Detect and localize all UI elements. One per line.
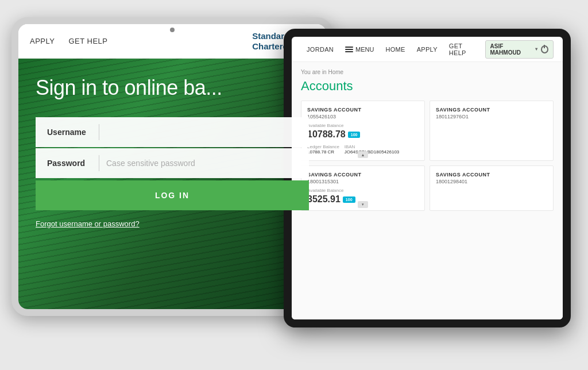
account-number-3: 18001315301: [307, 179, 419, 184]
page-title: Accounts: [301, 79, 554, 94]
account-card-1[interactable]: SAVINGS ACCOUNT 1055426103 Available Bal…: [301, 101, 425, 161]
account-type-4: SAVINGS ACCOUNT: [436, 172, 547, 178]
nav-home[interactable]: HOME: [380, 37, 411, 62]
expand-button-3[interactable]: ▾: [358, 201, 368, 208]
cr-badge-3: 100: [343, 196, 355, 203]
nav-apply[interactable]: APPLY: [411, 37, 443, 62]
avail-label-1: Available Balance: [307, 123, 360, 128]
account-number-1: 1055426103: [307, 114, 419, 120]
account-number-4: 18001298401: [436, 179, 547, 184]
back-nav-apply[interactable]: APPLY: [30, 37, 55, 45]
back-hero: Sign in to online ba... Username Passwor…: [18, 59, 326, 309]
chevron-down-icon: ▾: [535, 47, 537, 52]
front-nav: JORDAN MENU HOME APPLY GET HELP ASIF MAH…: [292, 37, 563, 62]
back-nav: APPLY GET HELP: [30, 37, 108, 45]
password-label: Password: [36, 159, 99, 168]
nav-menu-label: MENU: [355, 46, 374, 53]
account-type-1: SAVINGS ACCOUNT: [307, 107, 419, 113]
username-label: Username: [36, 128, 99, 137]
front-main: You are in Home Accounts SAVINGS ACCOUNT…: [292, 62, 563, 319]
collapse-button-1[interactable]: ▲: [358, 151, 368, 158]
account-type-2: SAVINGS ACCOUNT: [436, 107, 547, 113]
cr-badge-1: 100: [348, 132, 361, 138]
front-tablet-screen: JORDAN MENU HOME APPLY GET HELP ASIF MAH…: [292, 37, 563, 319]
balance-row-1: Available Balance 10788.78 100: [307, 123, 419, 140]
front-tablet: JORDAN MENU HOME APPLY GET HELP ASIF MAH…: [284, 29, 571, 327]
nav-menu[interactable]: MENU: [339, 46, 380, 53]
account-card-3[interactable]: SAVINGS ACCOUNT 18001315301 Available Ba…: [301, 165, 425, 211]
accounts-grid: SAVINGS ACCOUNT 1055426103 Available Bal…: [301, 101, 554, 211]
nav-user[interactable]: ASIF MAHMOUD ▾: [485, 40, 554, 59]
nav-jordan[interactable]: JORDAN: [301, 37, 339, 62]
balance-3: 3525.91: [307, 194, 341, 205]
ledger-detail: Ledger Balance 10788.78 CR: [307, 144, 345, 155]
power-icon: [541, 45, 548, 53]
username-field: Username: [36, 117, 309, 147]
account-card-4[interactable]: SAVINGS ACCOUNT 18001298401: [430, 165, 554, 211]
back-tablet-screen: APPLY GET HELP Standard Chartered Sign i…: [18, 24, 326, 309]
account-type-3: SAVINGS ACCOUNT: [307, 172, 419, 178]
avail-label-3: Available Balance: [307, 188, 355, 193]
login-button[interactable]: LOG IN: [36, 180, 309, 210]
back-nav-get-help[interactable]: GET HELP: [68, 37, 107, 45]
iban-detail: IBAN JO64SCBLBD1805426103: [345, 144, 419, 155]
password-field: Password Case sensitive password: [36, 148, 309, 178]
field-divider-2: [99, 155, 99, 171]
breadcrumb: You are in Home: [301, 69, 554, 75]
password-input-display[interactable]: Case sensitive password: [106, 159, 309, 168]
account-number-2: 180112976O1: [436, 114, 547, 120]
nav-user-name: ASIF MAHMOUD: [490, 43, 532, 56]
nav-get-help[interactable]: GET HELP: [443, 37, 485, 62]
account-card-2[interactable]: SAVINGS ACCOUNT 180112976O1: [430, 101, 554, 161]
forgot-link[interactable]: Forgot username or password?: [36, 219, 309, 228]
hero-title: Sign in to online ba...: [36, 76, 222, 100]
hamburger-icon: [345, 47, 353, 52]
balance-1: 10788.78: [307, 129, 346, 140]
field-divider: [99, 124, 99, 140]
back-tablet-camera: [170, 28, 175, 32]
login-form: Username Password Case sensitive passwor…: [36, 117, 309, 228]
